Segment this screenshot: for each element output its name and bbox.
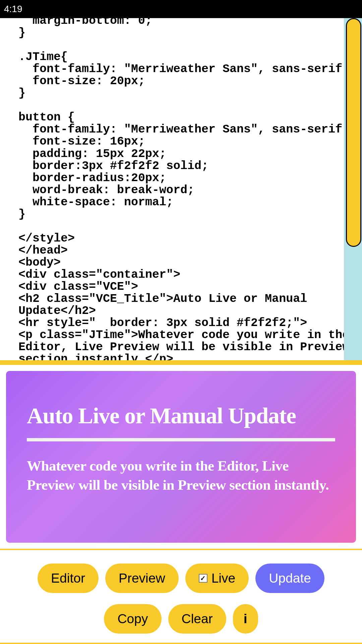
live-button[interactable]: ✓ Live (185, 564, 249, 593)
preview-text: Whatever code you write in the Editor, L… (27, 457, 335, 495)
preview-card: Auto Live or Manual Update Whatever code… (6, 371, 356, 543)
toolbar: Editor Preview ✓ Live Update Copy Clear … (0, 550, 362, 643)
update-button[interactable]: Update (255, 564, 324, 593)
toolbar-divider-bottom (0, 643, 362, 644)
preview-hr (27, 438, 335, 441)
info-button[interactable]: i (233, 604, 258, 634)
scrollbar-thumb[interactable] (346, 18, 361, 247)
scrollbar-track[interactable] (344, 18, 362, 360)
editor-button[interactable]: Editor (38, 564, 99, 593)
preview-pane: Auto Live or Manual Update Whatever code… (0, 365, 362, 549)
status-bar: 4:19 (0, 0, 362, 18)
copy-button[interactable]: Copy (104, 604, 161, 634)
live-label: Live (212, 571, 236, 586)
editor-pane: margin-bottom: 0; } .JTime{ font-family:… (0, 18, 362, 360)
live-checkbox-icon: ✓ (199, 574, 207, 583)
code-editor[interactable]: margin-bottom: 0; } .JTime{ font-family:… (0, 18, 362, 360)
clear-button[interactable]: Clear (168, 604, 226, 634)
status-time: 4:19 (4, 4, 22, 14)
pane-divider (0, 360, 362, 365)
preview-title: Auto Live or Manual Update (27, 403, 335, 429)
preview-button[interactable]: Preview (105, 564, 179, 593)
